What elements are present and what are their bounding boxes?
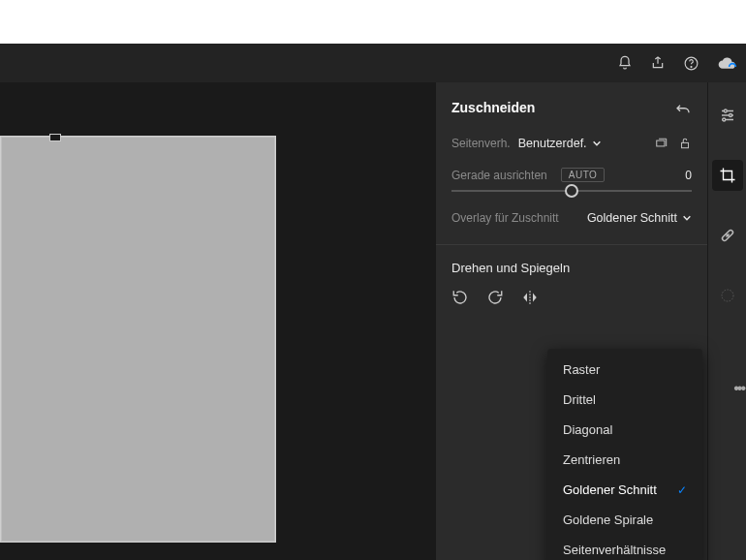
svg-point-4 xyxy=(724,109,727,112)
overlay-option[interactable]: Seitenverhältnisse xyxy=(547,535,702,560)
overlay-option[interactable]: Goldene Spirale xyxy=(547,505,702,535)
undo-icon[interactable] xyxy=(674,101,692,114)
aspect-dropdown[interactable]: Benutzerdef. xyxy=(518,137,602,150)
healing-tool-icon[interactable] xyxy=(712,220,743,251)
swap-aspect-icon[interactable] xyxy=(655,137,668,150)
svg-point-5 xyxy=(729,114,731,117)
panel-title: Zuschneiden xyxy=(451,100,535,115)
svg-point-1 xyxy=(691,66,692,67)
sliders-tool-icon[interactable] xyxy=(712,100,743,131)
cloud-sync-icon[interactable] xyxy=(717,55,736,71)
overlay-label: Overlay für Zuschnitt xyxy=(451,211,559,225)
rotate-ccw-icon[interactable] xyxy=(451,289,469,306)
more-options-icon[interactable]: ••• xyxy=(733,380,744,397)
overlay-option[interactable]: Zentrieren xyxy=(547,445,702,475)
svg-point-8 xyxy=(722,290,733,301)
straighten-value: 0 xyxy=(685,169,692,182)
help-icon[interactable] xyxy=(683,55,699,72)
lock-icon[interactable] xyxy=(678,137,692,150)
overlay-option[interactable]: Goldener Schnitt✓ xyxy=(547,475,702,505)
straighten-label: Gerade ausrichten xyxy=(451,169,547,182)
radial-tool-icon[interactable] xyxy=(712,280,743,311)
rotate-section-title: Drehen und Spiegeln xyxy=(451,261,692,275)
auto-button[interactable]: AUTO xyxy=(561,168,606,182)
crop-document[interactable] xyxy=(0,136,276,543)
straighten-slider-track[interactable] xyxy=(451,190,692,192)
overlay-option[interactable]: Diagonal xyxy=(547,415,702,445)
top-bar xyxy=(0,44,746,82)
canvas-area[interactable] xyxy=(0,82,436,560)
aspect-value: Benutzerdef. xyxy=(518,137,587,150)
flip-horizontal-icon[interactable] xyxy=(521,289,539,306)
chevron-down-icon xyxy=(592,139,602,148)
svg-rect-2 xyxy=(657,140,665,146)
overlay-dropdown-menu: Raster Drittel Diagonal Zentrieren Golde… xyxy=(547,349,702,560)
bell-icon[interactable] xyxy=(617,55,633,71)
crop-tool-icon[interactable] xyxy=(712,160,743,191)
straighten-slider-thumb[interactable] xyxy=(565,184,578,198)
svg-point-6 xyxy=(722,118,725,121)
aspect-label: Seitenverh. xyxy=(451,137,511,150)
overlay-option[interactable]: Drittel xyxy=(547,385,702,415)
overlay-dropdown[interactable]: Goldener Schnitt xyxy=(587,211,692,225)
chevron-down-icon xyxy=(682,213,692,223)
svg-rect-3 xyxy=(682,142,689,147)
overlay-value: Goldener Schnitt xyxy=(587,211,677,225)
check-icon: ✓ xyxy=(677,483,687,497)
tool-rail xyxy=(707,82,746,560)
share-icon[interactable] xyxy=(650,55,666,71)
overlay-option[interactable]: Raster xyxy=(547,355,702,385)
rotate-cw-icon[interactable] xyxy=(486,289,504,306)
